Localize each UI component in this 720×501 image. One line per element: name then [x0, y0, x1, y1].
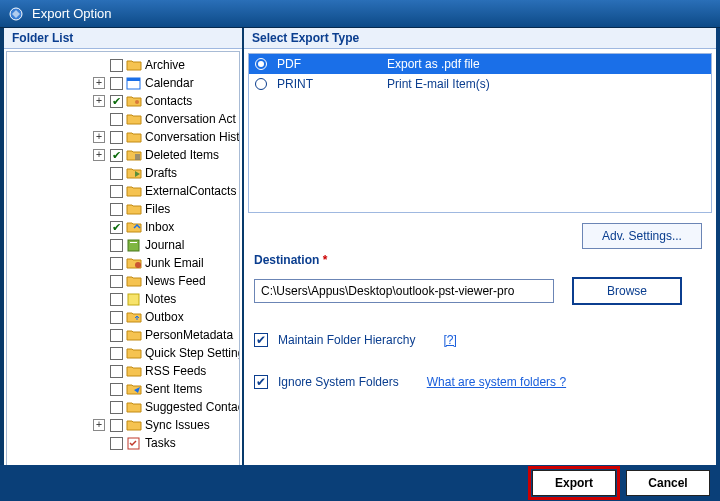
- tree-node[interactable]: Outbox: [7, 308, 240, 326]
- svg-rect-2: [127, 78, 140, 81]
- app-icon: [8, 6, 24, 22]
- folder-label: Drafts: [145, 166, 177, 180]
- export-type-radio[interactable]: [255, 78, 267, 90]
- tree-node[interactable]: +✔Deleted Items: [7, 146, 240, 164]
- folder-checkbox[interactable]: [110, 77, 123, 90]
- folder-label: Archive: [145, 58, 185, 72]
- folder-checkbox[interactable]: [110, 329, 123, 342]
- expander-icon: [93, 203, 105, 215]
- export-type-name: PRINT: [277, 77, 387, 91]
- folder-checkbox[interactable]: [110, 239, 123, 252]
- tree-node[interactable]: PersonMetadata: [7, 326, 240, 344]
- folder-icon: [126, 328, 142, 342]
- folder-tree: Archive+Calendar+✔ContactsConversation A…: [7, 52, 240, 456]
- maintain-hierarchy-help-link[interactable]: [?]: [443, 333, 456, 347]
- folder-icon: [126, 184, 142, 198]
- folder-checkbox[interactable]: [110, 257, 123, 270]
- folder-icon: [126, 346, 142, 360]
- tree-node[interactable]: Sent Items: [7, 380, 240, 398]
- folder-checkbox[interactable]: [110, 365, 123, 378]
- tree-node[interactable]: Conversation Act: [7, 110, 240, 128]
- tree-node[interactable]: Files: [7, 200, 240, 218]
- tree-node[interactable]: Quick Step Setting: [7, 344, 240, 362]
- adv-settings-button[interactable]: Adv. Settings...: [582, 223, 702, 249]
- tree-node[interactable]: +Sync Issues: [7, 416, 240, 434]
- folder-label: Junk Email: [145, 256, 204, 270]
- folder-label: Sent Items: [145, 382, 202, 396]
- tree-node[interactable]: Journal: [7, 236, 240, 254]
- tree-node[interactable]: Drafts: [7, 164, 240, 182]
- ignore-system-help-link[interactable]: What are system folders ?: [427, 375, 566, 389]
- trash-icon: [126, 148, 142, 162]
- export-type-radio[interactable]: [255, 58, 267, 70]
- tree-node[interactable]: Suggested Contac: [7, 398, 240, 416]
- folder-checkbox[interactable]: ✔: [110, 149, 123, 162]
- folder-label: Quick Step Setting: [145, 346, 240, 360]
- folder-checkbox[interactable]: [110, 311, 123, 324]
- bottom-bar: Export Cancel: [0, 465, 720, 501]
- expander-icon: [93, 185, 105, 197]
- browse-button[interactable]: Browse: [572, 277, 682, 305]
- folder-checkbox[interactable]: [110, 131, 123, 144]
- expander-icon[interactable]: +: [93, 419, 105, 431]
- folder-checkbox[interactable]: ✔: [110, 221, 123, 234]
- expander-icon[interactable]: +: [93, 149, 105, 161]
- folder-checkbox[interactable]: [110, 419, 123, 432]
- expander-icon[interactable]: +: [93, 131, 105, 143]
- export-button[interactable]: Export: [532, 470, 616, 496]
- folder-label: Notes: [145, 292, 176, 306]
- tree-node[interactable]: News Feed: [7, 272, 240, 290]
- expander-icon: [93, 113, 105, 125]
- tree-node[interactable]: RSS Feeds: [7, 362, 240, 380]
- folder-label: Calendar: [145, 76, 194, 90]
- expander-icon: [93, 293, 105, 305]
- cancel-button[interactable]: Cancel: [626, 470, 710, 496]
- folder-checkbox[interactable]: ✔: [110, 95, 123, 108]
- ignore-system-label: Ignore System Folders: [278, 375, 399, 389]
- expander-icon: [93, 167, 105, 179]
- expander-icon[interactable]: +: [93, 95, 105, 107]
- tree-node[interactable]: +Conversation Hist: [7, 128, 240, 146]
- folder-list-title: Folder List: [4, 28, 242, 49]
- tasks-icon: [126, 436, 142, 450]
- folder-checkbox[interactable]: [110, 437, 123, 450]
- destination-input[interactable]: [254, 279, 554, 303]
- expander-icon: [93, 257, 105, 269]
- folder-checkbox[interactable]: [110, 59, 123, 72]
- folder-checkbox[interactable]: [110, 275, 123, 288]
- maintain-hierarchy-row: ✔ Maintain Folder Hierarchy [?]: [254, 333, 706, 347]
- tree-node[interactable]: ✔Inbox: [7, 218, 240, 236]
- tree-node[interactable]: Tasks: [7, 434, 240, 452]
- tree-node[interactable]: ExternalContacts: [7, 182, 240, 200]
- destination-label: Destination *: [254, 253, 327, 267]
- folder-checkbox[interactable]: [110, 203, 123, 216]
- folder-checkbox[interactable]: [110, 167, 123, 180]
- folder-checkbox[interactable]: [110, 293, 123, 306]
- folder-icon: [126, 418, 142, 432]
- expander-icon: [93, 311, 105, 323]
- folder-checkbox[interactable]: [110, 383, 123, 396]
- folder-label: Files: [145, 202, 170, 216]
- folder-icon: [126, 130, 142, 144]
- folder-tree-scroll[interactable]: Archive+Calendar+✔ContactsConversation A…: [6, 51, 240, 470]
- tree-node[interactable]: Junk Email: [7, 254, 240, 272]
- folder-label: News Feed: [145, 274, 206, 288]
- folder-label: RSS Feeds: [145, 364, 206, 378]
- notes-icon: [126, 292, 142, 306]
- ignore-system-checkbox[interactable]: ✔: [254, 375, 268, 389]
- folder-checkbox[interactable]: [110, 113, 123, 126]
- folder-checkbox[interactable]: [110, 185, 123, 198]
- folder-checkbox[interactable]: [110, 401, 123, 414]
- folder-checkbox[interactable]: [110, 347, 123, 360]
- tree-node[interactable]: +✔Contacts: [7, 92, 240, 110]
- maintain-hierarchy-checkbox[interactable]: ✔: [254, 333, 268, 347]
- tree-node[interactable]: +Calendar: [7, 74, 240, 92]
- destination-row: Browse: [254, 277, 706, 305]
- expander-icon: [93, 383, 105, 395]
- expander-icon: [93, 437, 105, 449]
- expander-icon[interactable]: +: [93, 77, 105, 89]
- tree-node[interactable]: Notes: [7, 290, 240, 308]
- export-type-row[interactable]: PDFExport as .pdf file: [249, 54, 711, 74]
- tree-node[interactable]: Archive: [7, 56, 240, 74]
- export-type-row[interactable]: PRINTPrint E-mail Item(s): [249, 74, 711, 94]
